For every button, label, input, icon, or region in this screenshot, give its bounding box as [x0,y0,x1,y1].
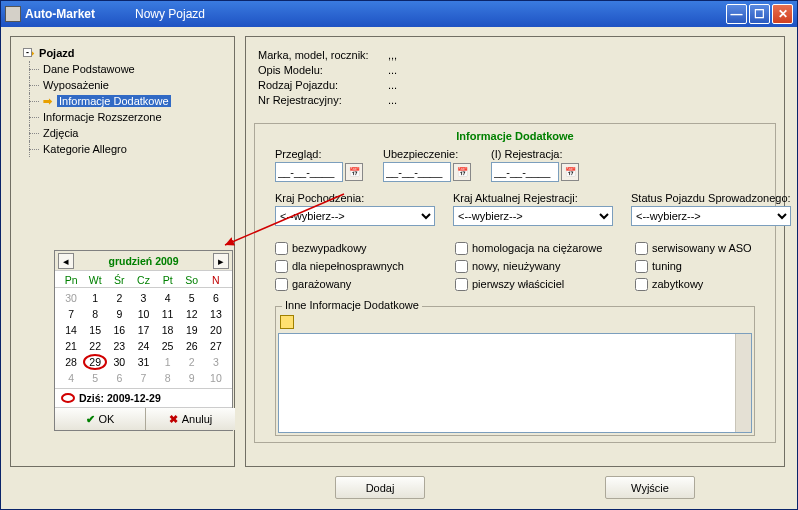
calendar-day[interactable]: 5 [83,370,107,386]
calendar-day[interactable]: 4 [156,290,180,306]
calendar-day[interactable]: 10 [131,306,155,322]
inne-info-textarea[interactable] [278,333,752,433]
calendar-ok-button[interactable]: ✔ OK [55,408,145,430]
tree-item[interactable]: ➡ Informacje Dodatkowe [25,93,228,109]
section-box: Informacje Dodatkowe Przegląd: 📅 Ubezpie… [254,123,776,443]
calendar-day[interactable]: 6 [107,370,131,386]
calendar-day[interactable]: 26 [180,338,204,354]
calendar-day[interactable]: 29 [83,354,107,370]
calendar-cancel-button[interactable]: ✖ Anuluj [145,408,235,430]
calendar-day[interactable]: 9 [107,306,131,322]
ubezpieczenie-label: Ubezpieczenie: [383,148,471,160]
calendar-day[interactable]: 2 [107,290,131,306]
calendar-day[interactable]: 8 [83,306,107,322]
calendar-day[interactable]: 3 [204,354,228,370]
calendar-day[interactable]: 17 [131,322,155,338]
summary-block: Marka, model, rocznik:,,,Opis Modelu:...… [246,37,784,113]
rejestracja-input[interactable] [491,162,559,182]
calendar-day[interactable]: 18 [156,322,180,338]
checkbox-serwisowany-w-ASO[interactable]: serwisowany w ASO [635,240,795,256]
checkbox-dla-niepełnosprawnych[interactable]: dla niepełnosprawnych [275,258,455,274]
summary-row: Marka, model, rocznik:,,, [258,47,772,62]
note-icon[interactable] [280,315,294,329]
calendar-day[interactable]: 21 [59,338,83,354]
kraj-rejestracji-select[interactable]: <--wybierz--> [453,206,613,226]
calendar-day-headers: PnWtŚrCzPtSoN [55,271,232,288]
add-button[interactable]: Dodaj [335,476,425,499]
checkbox-pierwszy-właściciel[interactable]: pierwszy właściciel [455,276,635,292]
checkbox-tuning[interactable]: tuning [635,258,795,274]
calendar-day[interactable]: 11 [156,306,180,322]
calendar-days-grid: 3012345678910111213141516171819202122232… [55,288,232,388]
status-select[interactable]: <--wybierz--> [631,206,791,226]
calendar-day[interactable]: 16 [107,322,131,338]
calendar-day[interactable]: 10 [204,370,228,386]
checkbox-homologacja-na-ciężarowe[interactable]: homologacja na ciężarowe [455,240,635,256]
tree-item[interactable]: Informacje Rozszerzone [25,109,228,125]
date-picker-popup: ◂ grudzień 2009 ▸ PnWtŚrCzPtSoN 30123456… [54,250,233,431]
calendar-day[interactable]: 1 [156,354,180,370]
check-icon: ✔ [86,413,95,426]
checkbox-nowy,-nieużywany[interactable]: nowy, nieużywany [455,258,635,274]
checkbox-bezwypadkowy[interactable]: bezwypadkowy [275,240,455,256]
tree-root[interactable]: -➡ Pojazd [25,45,228,61]
przeglad-calendar-button[interactable]: 📅 [345,163,363,181]
przeglad-input[interactable] [275,162,343,182]
ubezpieczenie-calendar-button[interactable]: 📅 [453,163,471,181]
calendar-day[interactable]: 31 [131,354,155,370]
tree-item[interactable]: Kategorie Allegro [25,141,228,157]
checkbox-garażowany[interactable]: garażowany [275,276,455,292]
today-date: 2009-12-29 [107,392,161,404]
calendar-day[interactable]: 6 [204,290,228,306]
calendar-day[interactable]: 5 [180,290,204,306]
calendar-day[interactable]: 3 [131,290,155,306]
calendar-day[interactable]: 14 [59,322,83,338]
today-ring-icon [61,393,75,403]
minimize-button[interactable]: — [726,4,747,24]
tree-item[interactable]: Dane Podstawowe [25,61,228,77]
left-panel: -➡ PojazdDane PodstawoweWyposażenie➡ Inf… [10,36,235,467]
calendar-day[interactable]: 25 [156,338,180,354]
checkbox-zabytkowy[interactable]: zabytkowy [635,276,795,292]
ok-label: OK [99,413,115,425]
calendar-day[interactable]: 7 [131,370,155,386]
exit-button[interactable]: Wyjście [605,476,695,499]
przeglad-label: Przegląd: [275,148,363,160]
ubezpieczenie-input[interactable] [383,162,451,182]
right-panel: Marka, model, rocznik:,,,Opis Modelu:...… [245,36,785,467]
calendar-day[interactable]: 13 [204,306,228,322]
titlebar: Auto-Market Nowy Pojazd — ☐ ✕ [1,1,797,27]
tree-item[interactable]: Zdjęcia [25,125,228,141]
summary-row: Nr Rejestracyjny:... [258,92,772,107]
calendar-day[interactable]: 30 [59,290,83,306]
calendar-day[interactable]: 30 [107,354,131,370]
calendar-day[interactable]: 20 [204,322,228,338]
nav-tree: -➡ PojazdDane PodstawoweWyposażenie➡ Inf… [11,37,234,163]
status-label: Status Pojazdu Sprowadzonego: [631,192,791,204]
calendar-day[interactable]: 1 [83,290,107,306]
calendar-day[interactable]: 19 [180,322,204,338]
kraj-pochodzenia-select[interactable]: <--wybierz--> [275,206,435,226]
calendar-day[interactable]: 24 [131,338,155,354]
calendar-day[interactable]: 7 [59,306,83,322]
scrollbar[interactable] [735,334,751,432]
calendar-day[interactable]: 2 [180,354,204,370]
calendar-day[interactable]: 9 [180,370,204,386]
calendar-day[interactable]: 28 [59,354,83,370]
calendar-day[interactable]: 8 [156,370,180,386]
calendar-day[interactable]: 12 [180,306,204,322]
calendar-prev-button[interactable]: ◂ [58,253,74,269]
maximize-button[interactable]: ☐ [749,4,770,24]
calendar-today-row[interactable]: Dziś: 2009-12-29 [55,388,232,407]
tree-item[interactable]: Wyposażenie [25,77,228,93]
rejestracja-label: (I) Rejestracja: [491,148,579,160]
calendar-day[interactable]: 4 [59,370,83,386]
calendar-day[interactable]: 15 [83,322,107,338]
close-button[interactable]: ✕ [772,4,793,24]
calendar-day[interactable]: 22 [83,338,107,354]
calendar-day[interactable]: 23 [107,338,131,354]
rejestracja-calendar-button[interactable]: 📅 [561,163,579,181]
calendar-day[interactable]: 27 [204,338,228,354]
calendar-next-button[interactable]: ▸ [213,253,229,269]
checkbox-grid: bezwypadkowyhomologacja na ciężaroweserw… [275,240,755,292]
